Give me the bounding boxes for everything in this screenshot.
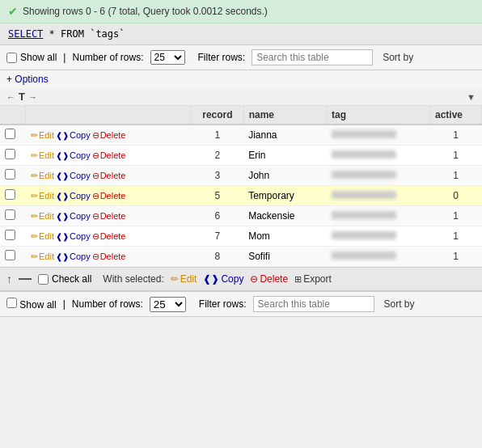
edit-button[interactable]: ✏ Edit xyxy=(31,191,54,201)
row-checkbox[interactable] xyxy=(5,230,15,240)
header-tag-col: tag xyxy=(327,106,430,125)
bulk-export-button[interactable]: ⊞ Export xyxy=(294,273,332,285)
delete-button[interactable]: ⊖ Delete xyxy=(92,231,126,242)
table-row: ✏ Edit ❰❱ Copy ⊖ Delete 8 Sofifi 1 xyxy=(0,247,482,267)
status-message: Showing rows 0 - 6 (7 total, Query took … xyxy=(23,6,268,17)
delete-button[interactable]: ⊖ Delete xyxy=(92,251,126,262)
header-checkbox-col xyxy=(0,106,26,125)
t-icon: T xyxy=(19,91,25,103)
row-actions-cell: ✏ Edit ❰❱ Copy ⊖ Delete xyxy=(26,146,192,166)
col-right-arrow[interactable]: → xyxy=(28,92,37,102)
delete-button[interactable]: ⊖ Delete xyxy=(92,211,126,222)
table-row: ✏ Edit ❰❱ Copy ⊖ Delete 5 Temporary 0 xyxy=(0,186,482,206)
copy-button[interactable]: ❰❱ Copy xyxy=(56,251,91,261)
delete-label: Delete xyxy=(100,130,126,140)
action-btns: ✏ Edit ❰❱ Copy ⊖ Delete xyxy=(31,130,187,141)
edit-button[interactable]: ✏ Edit xyxy=(31,231,54,242)
column-controls: ← T → ▼ xyxy=(0,88,482,106)
row-active: 1 xyxy=(429,247,481,267)
show-all-label[interactable]: Show all xyxy=(6,52,57,63)
bottom-sort-by-label: Sort by xyxy=(384,298,415,310)
bottom-rows-select[interactable]: 25 50 100 xyxy=(150,297,186,312)
header-actions-col xyxy=(26,106,192,125)
row-checkbox[interactable] xyxy=(5,209,15,220)
row-checkbox[interactable] xyxy=(5,250,15,260)
row-checkbox[interactable] xyxy=(5,129,15,139)
row-active: 0 xyxy=(429,186,481,206)
edit-button[interactable]: ✏ Edit xyxy=(31,211,54,222)
row-record: 6 xyxy=(192,206,243,226)
bulk-edit-button[interactable]: ✏ Edit xyxy=(171,273,197,285)
action-btns: ✏ Edit ❰❱ Copy ⊖ Delete xyxy=(31,150,187,161)
show-all-checkbox[interactable] xyxy=(6,53,17,63)
table-row: ✏ Edit ❰❱ Copy ⊖ Delete 3 John 1 xyxy=(0,166,482,186)
status-bar: ✔ Showing rows 0 - 6 (7 total, Query too… xyxy=(0,0,482,23)
copy-button[interactable]: ❰❱ Copy xyxy=(56,191,91,201)
delete-button[interactable]: ⊖ Delete xyxy=(92,150,126,161)
delete-button[interactable]: ⊖ Delete xyxy=(92,191,126,201)
edit-button[interactable]: ✏ Edit xyxy=(31,171,54,181)
check-all-label[interactable]: Check all xyxy=(38,273,91,285)
row-tag xyxy=(327,125,430,146)
bulk-delete-button[interactable]: ⊖ Delete xyxy=(250,273,288,285)
search-input[interactable] xyxy=(252,49,373,66)
row-checkbox-cell xyxy=(0,146,26,166)
copy-button[interactable]: ❰❱ Copy xyxy=(56,211,91,221)
row-record: 2 xyxy=(192,146,243,166)
check-all-checkbox[interactable] xyxy=(38,274,49,285)
delete-icon: ⊖ xyxy=(92,130,99,141)
tag-value xyxy=(332,171,396,179)
row-actions-cell: ✏ Edit ❰❱ Copy ⊖ Delete xyxy=(26,125,192,146)
delete-button[interactable]: ⊖ Delete xyxy=(92,130,126,141)
edit-label: Edit xyxy=(39,231,54,241)
copy-button[interactable]: ❰❱ Copy xyxy=(56,150,91,160)
tag-value xyxy=(332,130,396,138)
options-link[interactable]: + Options xyxy=(6,74,49,85)
edit-label: Edit xyxy=(39,251,54,261)
row-actions-cell: ✏ Edit ❰❱ Copy ⊖ Delete xyxy=(26,247,192,267)
row-checkbox-cell xyxy=(0,186,26,206)
copy-button[interactable]: ❰❱ Copy xyxy=(56,171,91,180)
table-row: ✏ Edit ❰❱ Copy ⊖ Delete 7 Mom 1 xyxy=(0,226,482,247)
bottom-controls: ↑ Check all With selected: ✏ Edit ❰❱ Cop… xyxy=(0,267,482,291)
copy-button[interactable]: ❰❱ Copy xyxy=(56,231,91,241)
copy-label: Copy xyxy=(70,191,91,201)
row-name: Erin xyxy=(243,146,326,166)
copy-bulk-icon: ❰❱ xyxy=(203,273,219,285)
row-record: 3 xyxy=(192,166,243,186)
with-selected-label: With selected: xyxy=(103,273,163,285)
row-checkbox-cell xyxy=(0,206,26,226)
row-name: Jianna xyxy=(243,125,326,146)
row-checkbox[interactable] xyxy=(5,169,15,180)
pencil-icon: ✏ xyxy=(31,191,38,201)
pencil-icon: ✏ xyxy=(31,130,38,141)
action-btns: ✏ Edit ❰❱ Copy ⊖ Delete xyxy=(31,211,187,222)
copy-button[interactable]: ❰❱ Copy xyxy=(56,130,91,140)
rows-select[interactable]: 25 50 100 xyxy=(150,50,185,65)
bulk-copy-button[interactable]: ❰❱ Copy xyxy=(203,273,243,285)
bottom-show-all-checkbox[interactable] xyxy=(6,298,17,308)
export-icon: ⊞ xyxy=(294,274,302,285)
col-left-arrow[interactable]: ← xyxy=(6,92,15,102)
sort-by-label: Sort by xyxy=(383,52,413,63)
bottom-show-all-label[interactable]: Show all xyxy=(6,298,57,311)
row-checkbox-cell xyxy=(0,247,26,267)
pencil-bulk-icon: ✏ xyxy=(171,273,179,285)
delete-icon: ⊖ xyxy=(92,171,99,181)
bottom-search-input[interactable] xyxy=(253,296,374,312)
edit-label: Edit xyxy=(39,130,54,140)
delete-button[interactable]: ⊖ Delete xyxy=(92,171,126,181)
edit-button[interactable]: ✏ Edit xyxy=(31,150,54,161)
delete-icon: ⊖ xyxy=(92,211,99,222)
query-bar: SELECT * FROM `tags` xyxy=(0,23,482,45)
row-checkbox[interactable] xyxy=(5,189,15,200)
row-tag xyxy=(327,146,430,166)
row-checkbox[interactable] xyxy=(5,149,15,159)
table-row: ✏ Edit ❰❱ Copy ⊖ Delete 6 Mackensie 1 xyxy=(0,206,482,226)
rows-label: Number of rows: xyxy=(72,52,143,63)
row-name: Temporary xyxy=(243,186,326,206)
edit-button[interactable]: ✏ Edit xyxy=(31,251,54,262)
delete-bulk-icon: ⊖ xyxy=(250,273,258,285)
row-name: Sofifi xyxy=(243,247,326,267)
edit-button[interactable]: ✏ Edit xyxy=(31,130,54,141)
